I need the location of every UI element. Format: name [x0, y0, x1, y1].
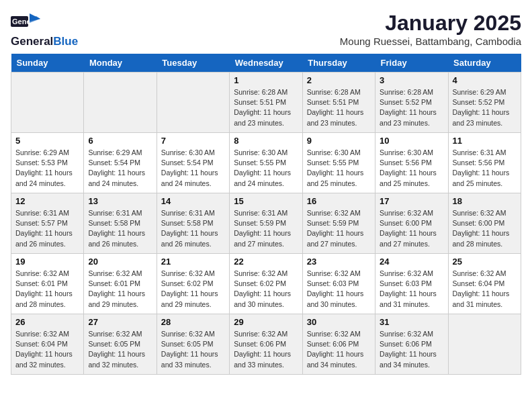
logo-blue-text: Blue	[53, 35, 78, 48]
day-info: Sunrise: 6:32 AMSunset: 6:01 PMDaylight:…	[88, 269, 152, 310]
page-container: General General Blue January 2025 Moung …	[11, 11, 521, 375]
title-section: January 2025 Moung Ruessei, Battambang, …	[340, 11, 521, 47]
weekday-header-saturday: Saturday	[448, 54, 521, 73]
calendar-cell	[11, 73, 84, 133]
calendar-cell: 17Sunrise: 6:32 AMSunset: 6:00 PMDayligh…	[375, 193, 448, 254]
day-info: Sunrise: 6:32 AMSunset: 6:03 PMDaylight:…	[307, 269, 371, 310]
calendar-cell: 6Sunrise: 6:29 AMSunset: 5:54 PMDaylight…	[84, 133, 157, 193]
weekday-header-wednesday: Wednesday	[230, 54, 302, 73]
calendar-cell: 31Sunrise: 6:32 AMSunset: 6:06 PMDayligh…	[375, 314, 448, 375]
calendar-cell: 5Sunrise: 6:29 AMSunset: 5:53 PMDaylight…	[11, 133, 84, 193]
day-info: Sunrise: 6:32 AMSunset: 6:04 PMDaylight:…	[15, 329, 79, 370]
day-info: Sunrise: 6:32 AMSunset: 6:05 PMDaylight:…	[88, 329, 152, 370]
day-number: 23	[307, 257, 371, 267]
day-number: 3	[380, 75, 443, 85]
calendar-cell: 29Sunrise: 6:32 AMSunset: 6:06 PMDayligh…	[230, 314, 302, 375]
calendar-cell: 14Sunrise: 6:31 AMSunset: 5:58 PMDayligh…	[157, 193, 229, 254]
calendar-week-row: 26Sunrise: 6:32 AMSunset: 6:04 PMDayligh…	[11, 314, 521, 375]
calendar-cell: 27Sunrise: 6:32 AMSunset: 6:05 PMDayligh…	[84, 314, 157, 375]
day-number: 24	[380, 257, 443, 267]
day-info: Sunrise: 6:31 AMSunset: 5:58 PMDaylight:…	[88, 208, 152, 249]
calendar-week-row: 12Sunrise: 6:31 AMSunset: 5:57 PMDayligh…	[11, 193, 521, 254]
day-number: 10	[380, 136, 443, 146]
calendar-cell: 19Sunrise: 6:32 AMSunset: 6:01 PMDayligh…	[11, 254, 84, 314]
day-number: 14	[161, 196, 225, 206]
day-info: Sunrise: 6:32 AMSunset: 6:05 PMDaylight:…	[161, 329, 225, 370]
calendar-cell: 12Sunrise: 6:31 AMSunset: 5:57 PMDayligh…	[11, 193, 84, 254]
calendar-week-row: 5Sunrise: 6:29 AMSunset: 5:53 PMDaylight…	[11, 133, 521, 193]
calendar-cell: 21Sunrise: 6:32 AMSunset: 6:02 PMDayligh…	[157, 254, 229, 314]
day-info: Sunrise: 6:32 AMSunset: 6:06 PMDaylight:…	[380, 329, 443, 370]
day-info: Sunrise: 6:28 AMSunset: 5:51 PMDaylight:…	[307, 87, 371, 128]
logo-general-text: General	[11, 35, 53, 48]
day-info: Sunrise: 6:32 AMSunset: 6:06 PMDaylight:…	[234, 329, 298, 370]
calendar-cell: 23Sunrise: 6:32 AMSunset: 6:03 PMDayligh…	[302, 254, 375, 314]
day-info: Sunrise: 6:28 AMSunset: 5:51 PMDaylight:…	[234, 87, 298, 128]
weekday-header-thursday: Thursday	[302, 54, 375, 73]
day-number: 28	[161, 317, 225, 327]
day-info: Sunrise: 6:31 AMSunset: 5:59 PMDaylight:…	[234, 208, 298, 249]
day-number: 29	[234, 317, 298, 327]
day-number: 16	[307, 196, 371, 206]
calendar-cell: 3Sunrise: 6:28 AMSunset: 5:52 PMDaylight…	[375, 73, 448, 133]
day-info: Sunrise: 6:29 AMSunset: 5:54 PMDaylight:…	[88, 148, 152, 189]
calendar-cell: 22Sunrise: 6:32 AMSunset: 6:02 PMDayligh…	[230, 254, 302, 314]
calendar-cell: 15Sunrise: 6:31 AMSunset: 5:59 PMDayligh…	[230, 193, 302, 254]
day-number: 5	[15, 136, 79, 146]
calendar-cell: 24Sunrise: 6:32 AMSunset: 6:03 PMDayligh…	[375, 254, 448, 314]
calendar-cell	[448, 314, 521, 375]
calendar-cell: 28Sunrise: 6:32 AMSunset: 6:05 PMDayligh…	[157, 314, 229, 375]
day-info: Sunrise: 6:30 AMSunset: 5:55 PMDaylight:…	[234, 148, 298, 189]
day-info: Sunrise: 6:32 AMSunset: 6:00 PMDaylight:…	[380, 208, 443, 249]
day-number: 20	[88, 257, 152, 267]
calendar-cell: 8Sunrise: 6:30 AMSunset: 5:55 PMDaylight…	[230, 133, 302, 193]
calendar-cell: 13Sunrise: 6:31 AMSunset: 5:58 PMDayligh…	[84, 193, 157, 254]
calendar-cell: 26Sunrise: 6:32 AMSunset: 6:04 PMDayligh…	[11, 314, 84, 375]
day-number: 4	[453, 75, 517, 85]
day-number: 26	[15, 317, 79, 327]
day-info: Sunrise: 6:32 AMSunset: 6:04 PMDaylight:…	[453, 269, 517, 310]
calendar-cell: 18Sunrise: 6:32 AMSunset: 6:00 PMDayligh…	[448, 193, 521, 254]
day-number: 11	[453, 136, 517, 146]
day-number: 9	[307, 136, 371, 146]
calendar-cell: 4Sunrise: 6:29 AMSunset: 5:52 PMDaylight…	[448, 73, 521, 133]
calendar-table: SundayMondayTuesdayWednesdayThursdayFrid…	[11, 54, 521, 375]
calendar-cell: 9Sunrise: 6:30 AMSunset: 5:55 PMDaylight…	[302, 133, 375, 193]
location-subtitle: Moung Ruessei, Battambang, Cambodia	[340, 36, 521, 47]
day-number: 1	[234, 75, 298, 85]
day-info: Sunrise: 6:32 AMSunset: 6:06 PMDaylight:…	[307, 329, 371, 370]
logo-icon: General	[11, 11, 40, 35]
calendar-cell: 25Sunrise: 6:32 AMSunset: 6:04 PMDayligh…	[448, 254, 521, 314]
calendar-cell: 11Sunrise: 6:31 AMSunset: 5:56 PMDayligh…	[448, 133, 521, 193]
weekday-header-tuesday: Tuesday	[157, 54, 229, 73]
day-number: 2	[307, 75, 371, 85]
day-number: 15	[234, 196, 298, 206]
day-info: Sunrise: 6:31 AMSunset: 5:58 PMDaylight:…	[161, 208, 225, 249]
calendar-cell: 16Sunrise: 6:32 AMSunset: 5:59 PMDayligh…	[302, 193, 375, 254]
weekday-header-sunday: Sunday	[11, 54, 84, 73]
day-number: 17	[380, 196, 443, 206]
day-number: 27	[88, 317, 152, 327]
weekday-header-monday: Monday	[84, 54, 157, 73]
month-title: January 2025	[340, 11, 521, 36]
day-info: Sunrise: 6:28 AMSunset: 5:52 PMDaylight:…	[380, 87, 443, 128]
day-number: 13	[88, 196, 152, 206]
day-number: 19	[15, 257, 79, 267]
calendar-cell: 7Sunrise: 6:30 AMSunset: 5:54 PMDaylight…	[157, 133, 229, 193]
day-number: 8	[234, 136, 298, 146]
calendar-week-row: 1Sunrise: 6:28 AMSunset: 5:51 PMDaylight…	[11, 73, 521, 133]
day-info: Sunrise: 6:29 AMSunset: 5:52 PMDaylight:…	[453, 87, 517, 128]
day-info: Sunrise: 6:29 AMSunset: 5:53 PMDaylight:…	[15, 148, 79, 189]
day-info: Sunrise: 6:31 AMSunset: 5:56 PMDaylight:…	[453, 148, 517, 189]
calendar-week-row: 19Sunrise: 6:32 AMSunset: 6:01 PMDayligh…	[11, 254, 521, 314]
day-number: 21	[161, 257, 225, 267]
day-info: Sunrise: 6:32 AMSunset: 6:00 PMDaylight:…	[453, 208, 517, 249]
day-number: 6	[88, 136, 152, 146]
day-info: Sunrise: 6:32 AMSunset: 6:01 PMDaylight:…	[15, 269, 79, 310]
calendar-cell: 1Sunrise: 6:28 AMSunset: 5:51 PMDaylight…	[230, 73, 302, 133]
calendar-cell: 10Sunrise: 6:30 AMSunset: 5:56 PMDayligh…	[375, 133, 448, 193]
day-info: Sunrise: 6:32 AMSunset: 6:03 PMDaylight:…	[380, 269, 443, 310]
day-info: Sunrise: 6:32 AMSunset: 6:02 PMDaylight:…	[234, 269, 298, 310]
calendar-cell	[157, 73, 229, 133]
day-info: Sunrise: 6:31 AMSunset: 5:57 PMDaylight:…	[15, 208, 79, 249]
